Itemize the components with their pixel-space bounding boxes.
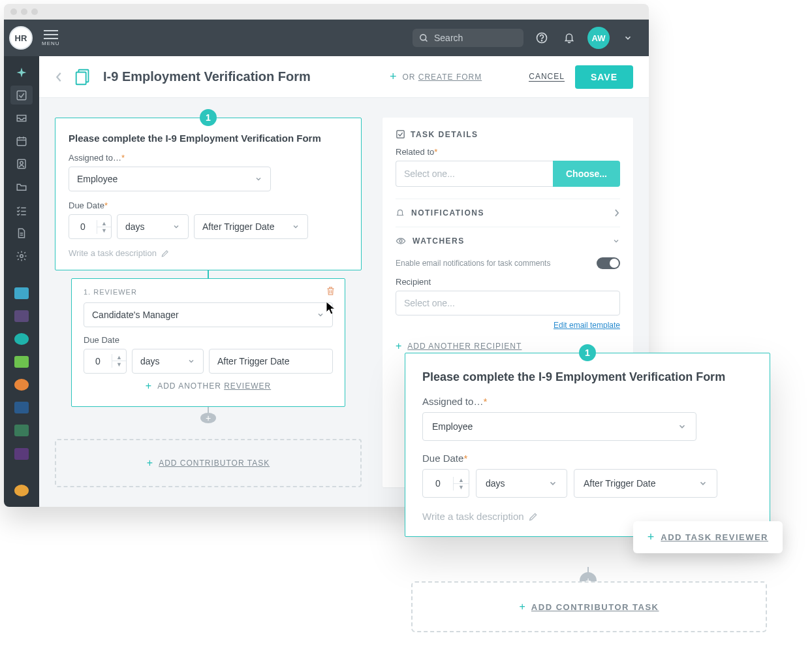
svg-point-23 — [399, 240, 402, 242]
step-down[interactable]: ▼ — [112, 361, 126, 368]
trash-icon — [326, 285, 336, 297]
svg-point-0 — [420, 34, 426, 40]
step-up[interactable]: ▲ — [112, 354, 126, 361]
chevron-down-icon — [317, 311, 324, 319]
due-date-label: Due Date* — [69, 201, 348, 210]
plus-icon: + — [390, 70, 398, 84]
nav-item-1[interactable] — [10, 63, 33, 82]
watchers-section-toggle[interactable]: WATCHERS — [396, 227, 620, 255]
nav-app-3[interactable] — [10, 329, 33, 348]
app-chip-icon — [14, 402, 29, 413]
add-node-button[interactable]: + — [200, 413, 216, 423]
reviewer-due-relative[interactable]: After Trigger Date — [209, 349, 333, 374]
back-button[interactable] — [55, 71, 63, 83]
nav-app-6[interactable] — [10, 398, 33, 417]
task-description-input[interactable]: Write a task description — [69, 248, 348, 258]
add-task-reviewer-button[interactable]: + ADD TASK REVIEWER — [633, 521, 783, 553]
chevron-down-icon — [172, 223, 180, 231]
search-input[interactable]: Search — [413, 29, 523, 47]
folder-icon — [16, 182, 27, 192]
step-up[interactable]: ▲ — [97, 220, 111, 227]
chevron-right-icon — [614, 208, 620, 218]
assigned-select[interactable]: Employee — [69, 167, 271, 191]
bell-icon — [396, 208, 405, 218]
app-chip-icon — [14, 425, 29, 436]
chevron-left-icon — [55, 71, 63, 83]
nav-item-checklist[interactable] — [10, 201, 33, 219]
chevron-down-icon — [623, 33, 632, 42]
app-chip-icon — [14, 333, 29, 345]
overlay-description-input[interactable]: Write a task description — [422, 511, 753, 522]
nav-app-2[interactable] — [10, 306, 33, 325]
topbar: HR MENU Search AW — [4, 20, 649, 56]
email-toggle-row: Enable email notifications for task comm… — [396, 255, 620, 277]
nav-app-8[interactable] — [10, 444, 33, 463]
due-unit-select[interactable]: days — [117, 214, 189, 239]
step-up[interactable]: ▲ — [454, 477, 469, 484]
reviewer-select[interactable]: Candidate's Manager — [84, 302, 333, 327]
list-check-icon — [16, 205, 27, 216]
step-down[interactable]: ▼ — [454, 484, 469, 491]
create-form-link[interactable]: + OR CREATE FORM — [390, 70, 482, 84]
logo[interactable]: HR — [9, 26, 33, 50]
hamburger-icon — [44, 30, 58, 39]
nav-item-inbox[interactable] — [10, 108, 33, 127]
notifications-section-toggle[interactable]: NOTIFICATIONS — [396, 199, 620, 227]
task-number-badge: 1 — [200, 109, 217, 126]
form-icon — [73, 67, 93, 87]
overlay-due-relative[interactable]: After Trigger Date — [574, 469, 717, 498]
plus-icon: + — [147, 457, 153, 469]
nav-app-1[interactable] — [10, 283, 33, 302]
related-to-label: Related to* — [396, 147, 620, 157]
overlay-due-number[interactable]: 0 ▲▼ — [422, 469, 469, 498]
help-icon — [535, 31, 548, 44]
related-to-select[interactable]: Select one... — [396, 161, 553, 187]
traffic-light-close[interactable] — [10, 8, 17, 15]
nav-item-folder[interactable] — [10, 178, 33, 197]
cancel-button[interactable]: CANCEL — [529, 72, 565, 82]
task-card: 1 Please complete the I-9 Employment Ver… — [55, 118, 362, 270]
page-header: I-9 Employment Verification Form + OR CR… — [39, 56, 649, 98]
nav-app-7[interactable] — [10, 421, 33, 440]
overlay-due-unit[interactable]: days — [476, 469, 567, 498]
pencil-icon — [528, 511, 539, 522]
edit-email-template-link[interactable]: Edit email template — [554, 321, 620, 330]
save-button[interactable]: SAVE — [575, 65, 633, 89]
nav-item-people[interactable] — [10, 155, 33, 174]
traffic-light-max[interactable] — [31, 8, 38, 15]
add-contributor-area[interactable]: + ADD CONTRIBUTOR TASK — [55, 439, 362, 487]
overlay-add-contributor[interactable]: + ADD CONTRIBUTOR TASK — [411, 581, 767, 632]
menu-button[interactable]: MENU — [42, 30, 60, 46]
nav-item-calendar[interactable] — [10, 131, 33, 150]
add-reviewer-link[interactable]: + ADD ANOTHER REVIEWER — [84, 374, 333, 398]
reviewer-due-number[interactable]: 0 ▲▼ — [84, 349, 127, 374]
notifications-button[interactable] — [560, 29, 578, 47]
avatar[interactable]: AW — [587, 27, 610, 49]
traffic-light-min[interactable] — [21, 8, 27, 15]
reviewer-due-unit[interactable]: days — [132, 349, 204, 374]
svg-marker-4 — [17, 67, 27, 77]
due-relative-select[interactable]: After Trigger Date — [194, 214, 308, 239]
nav-item-document[interactable] — [10, 223, 33, 242]
due-number-input[interactable]: 0 ▲ ▼ — [69, 214, 112, 239]
delete-reviewer-button[interactable] — [326, 285, 336, 297]
step-down[interactable]: ▼ — [97, 227, 111, 234]
window-chrome — [4, 4, 649, 20]
email-toggle[interactable] — [597, 257, 620, 269]
chevron-down-icon — [292, 223, 300, 231]
nav-app-5[interactable] — [10, 376, 33, 395]
nav-item-settings[interactable] — [10, 246, 33, 265]
inbox-icon — [16, 113, 27, 123]
overlay-assigned-select[interactable]: Employee — [422, 412, 696, 441]
nav-item-tasks[interactable] — [10, 86, 33, 105]
recipient-select[interactable]: Select one... — [396, 291, 620, 315]
chevron-down-icon — [678, 422, 687, 431]
connector-line — [208, 407, 209, 413]
help-button[interactable] — [533, 29, 551, 47]
choose-button[interactable]: Choose... — [553, 161, 620, 187]
account-menu-toggle[interactable] — [619, 29, 637, 47]
nav-app-4[interactable] — [10, 352, 33, 371]
svg-point-11 — [20, 161, 23, 165]
task-details-header: TASK DETAILS — [396, 129, 620, 139]
nav-app-9[interactable] — [10, 481, 33, 500]
